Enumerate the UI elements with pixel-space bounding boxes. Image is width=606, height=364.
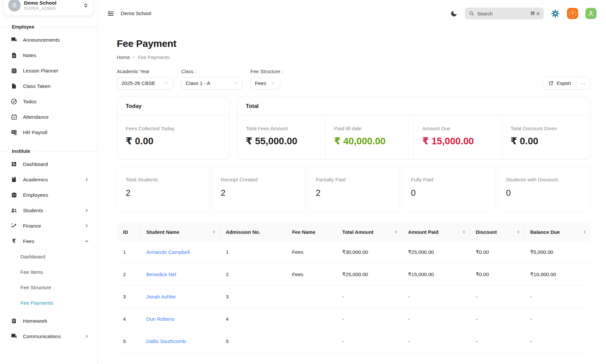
table-header: ID Student Name Admission No. <box>117 223 590 241</box>
sidebar-item-label: Homework <box>23 318 47 324</box>
homework-icon <box>10 317 17 324</box>
cell-admission-no: 5 <box>219 338 286 344</box>
stat-label: Paid till date <box>334 126 405 131</box>
cell-total-amount: ₹30,000.00 <box>336 249 402 255</box>
org-switcher[interactable]: Demo School SUPER_ADMIN <box>3 0 94 16</box>
sidebar-item-homework[interactable]: Homework <box>0 313 97 329</box>
sidebar-item-attendance[interactable]: Attendance <box>0 109 97 125</box>
sidebar-item-students[interactable]: Students <box>0 203 97 218</box>
column-header[interactable]: Student Name <box>140 223 219 241</box>
class-label: Class : <box>181 69 242 74</box>
org-role: SUPER_ADMIN <box>24 6 56 11</box>
cell-student-name-link[interactable]: Armando Campbell <box>140 249 219 255</box>
cell-student-name-link[interactable]: Benedick Nel <box>140 272 219 277</box>
cell-student-name-link[interactable]: Jonah Ashbe <box>140 294 219 300</box>
sidebar-item-academics[interactable]: Academics <box>0 172 97 187</box>
cell-amount-paid: ₹25,000.00 <box>402 249 470 255</box>
export-icon <box>548 80 554 86</box>
cell-discount: - <box>470 316 524 322</box>
summary-card: Partially Paid 2 <box>307 167 400 213</box>
sidebar: Demo School SUPER_ADMIN Employee Announc… <box>0 0 98 364</box>
filters-row: Academic Year 2025-26 CBSE Class : Class… <box>117 69 590 90</box>
column-header[interactable]: Discount <box>470 223 524 241</box>
column-header-label: ID <box>123 229 128 235</box>
cell-total-amount: - <box>336 316 402 322</box>
sidebar-item-finance[interactable]: Finance <box>0 218 97 233</box>
cell-fee-name: Fees <box>286 272 336 277</box>
cell-id: 2 <box>117 272 140 277</box>
column-header: Fee Name <box>286 223 336 241</box>
sidebar-item-communications[interactable]: Communications <box>0 329 97 344</box>
search-input[interactable]: Search ⌘ K <box>465 8 544 19</box>
sidebar-subitem-fees-dashboard[interactable]: Dashboard <box>0 249 97 264</box>
total-card: Total Total Fees Amount ₹ 55,000.00 Paid… <box>237 97 590 159</box>
summary-card: Fully Paid 0 <box>402 167 495 213</box>
sidebar-item-todos[interactable]: Todos <box>0 94 97 109</box>
breadcrumb-separator: / <box>133 54 135 60</box>
dark-mode-toggle[interactable] <box>450 10 458 17</box>
sidebar-item-label: Students <box>23 208 43 213</box>
cell-student-name-link[interactable]: Dun Robens <box>140 316 219 322</box>
chevron-right-icon <box>85 224 89 228</box>
todos-icon <box>10 98 17 105</box>
summary-card: Students with Discount 0 <box>497 167 590 213</box>
cell-discount: - <box>470 338 524 344</box>
cell-balance-due: - <box>524 316 590 322</box>
sort-icon <box>210 230 215 234</box>
sidebar-item-label: Finance <box>23 223 41 229</box>
fee-structure-select[interactable]: Fees <box>250 77 280 90</box>
sidebar-toggle-button[interactable] <box>107 10 114 17</box>
lesson-planner-icon <box>10 67 17 74</box>
cell-amount-paid: - <box>402 316 470 322</box>
section-label: Institute <box>12 149 30 154</box>
total-card-title: Total <box>237 97 590 115</box>
sidebar-item-lesson-planner[interactable]: Lesson Planner <box>0 63 97 78</box>
summary-card: Total Students 2 <box>117 167 210 213</box>
communications-icon <box>10 333 17 340</box>
sidebar-subitem-fee-structure[interactable]: Fee Structure <box>0 280 97 295</box>
sidebar-item-announcements[interactable]: Announcements <box>0 32 97 48</box>
cell-discount: ₹0.00 <box>470 249 524 255</box>
sidebar-item-dashboard[interactable]: Dashboard <box>0 156 97 172</box>
academic-year-select[interactable]: 2025-26 CBSE <box>117 77 173 90</box>
cell-total-amount: - <box>336 338 402 344</box>
summary-label: Students with Discount <box>506 177 581 183</box>
column-header[interactable]: Total Amount <box>336 223 402 241</box>
summary-value: 0 <box>506 188 581 198</box>
summary-label: Receipt Created <box>221 177 296 183</box>
sidebar-item-class-taken[interactable]: Class Taken <box>0 78 97 94</box>
sidebar-item-hr-payroll[interactable]: HR Payroll <box>0 125 97 140</box>
sidebar-item-fees[interactable]: ₹ Fees <box>0 233 97 249</box>
column-header[interactable]: Amount Paid <box>402 223 470 241</box>
section-label: Employee <box>12 24 34 30</box>
sidebar-section-employee: Employee <box>0 24 97 30</box>
attendance-icon <box>10 113 17 120</box>
help-button[interactable]: ? <box>567 8 578 19</box>
sidebar-subitem-fee-payments[interactable]: Fee Payments <box>0 295 97 311</box>
rupee-icon: ₹ <box>10 238 17 245</box>
cell-balance-due: ₹5,000.00 <box>524 249 590 255</box>
academics-icon <box>10 176 17 183</box>
subitem-label: Fee Structure <box>20 285 51 291</box>
sidebar-item-notes[interactable]: Notes <box>0 48 97 63</box>
profile-button[interactable] <box>585 8 596 19</box>
more-options-button[interactable]: ··· <box>576 77 590 89</box>
app-window: Demo School SUPER_ADMIN Employee Announc… <box>0 0 606 364</box>
sidebar-item-employees[interactable]: Employees <box>0 187 97 203</box>
stat-value: ₹ 0.00 <box>511 135 581 147</box>
sidebar-item-label: Fees <box>23 238 34 244</box>
main-area: Demo School Search ⌘ K ? <box>98 0 606 364</box>
cell-id: 4 <box>117 316 140 322</box>
cell-total-amount: - <box>336 294 402 300</box>
sidebar-subitem-fee-items[interactable]: Fee Items <box>0 264 97 280</box>
cell-fee-name: Fees <box>286 249 336 255</box>
class-select[interactable]: Class 1 - A <box>181 77 242 90</box>
breadcrumb-home-link[interactable]: Home <box>117 54 130 60</box>
cell-student-name-link[interactable]: Dallis Southcomb <box>140 338 219 344</box>
sidebar-item-label: HR Payroll <box>23 130 47 135</box>
fees-collected-today-value: ₹ 0.00 <box>126 135 221 147</box>
export-button[interactable]: Export <box>543 77 576 89</box>
column-header[interactable]: Balance Due <box>524 223 590 241</box>
chevron-down-icon <box>271 81 276 86</box>
settings-button[interactable] <box>551 9 560 18</box>
